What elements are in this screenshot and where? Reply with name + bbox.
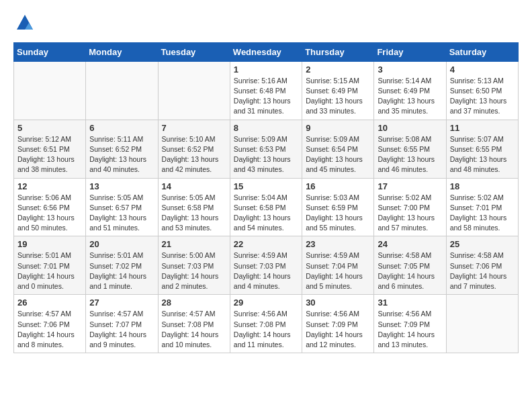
- day-number: 17: [378, 181, 442, 191]
- calendar-cell: 4Sunrise: 5:13 AM Sunset: 6:50 PM Daylig…: [446, 61, 518, 120]
- calendar-cell: 27Sunrise: 4:57 AM Sunset: 7:07 PM Dayli…: [86, 295, 158, 353]
- day-info: Sunrise: 4:58 AM Sunset: 7:06 PM Dayligh…: [450, 250, 515, 291]
- day-number: 2: [306, 64, 370, 75]
- weekday-header-tuesday: Tuesday: [158, 42, 230, 61]
- day-info: Sunrise: 5:10 AM Sunset: 6:52 PM Dayligh…: [162, 134, 226, 175]
- day-number: 3: [378, 64, 442, 75]
- calendar-cell: 18Sunrise: 5:02 AM Sunset: 7:01 PM Dayli…: [446, 178, 518, 236]
- weekday-header-friday: Friday: [374, 42, 446, 61]
- day-number: 10: [378, 123, 442, 133]
- day-info: Sunrise: 5:14 AM Sunset: 6:49 PM Dayligh…: [378, 76, 442, 117]
- calendar-cell: 23Sunrise: 4:59 AM Sunset: 7:04 PM Dayli…: [302, 236, 374, 295]
- day-number: 7: [162, 123, 226, 133]
- calendar-cell: 10Sunrise: 5:08 AM Sunset: 6:55 PM Dayli…: [374, 120, 446, 178]
- calendar-cell: [86, 61, 158, 120]
- calendar-week-row: 12Sunrise: 5:06 AM Sunset: 6:56 PM Dayli…: [14, 178, 519, 236]
- page-header: [13, 13, 519, 36]
- weekday-header-row: SundayMondayTuesdayWednesdayThursdayFrid…: [14, 42, 519, 61]
- day-info: Sunrise: 5:05 AM Sunset: 6:57 PM Dayligh…: [89, 193, 154, 234]
- day-number: 27: [89, 298, 154, 308]
- day-info: Sunrise: 4:57 AM Sunset: 7:06 PM Dayligh…: [17, 309, 82, 350]
- calendar-week-row: 1Sunrise: 5:16 AM Sunset: 6:48 PM Daylig…: [14, 61, 519, 120]
- day-info: Sunrise: 4:58 AM Sunset: 7:05 PM Dayligh…: [378, 250, 442, 291]
- calendar-cell: 20Sunrise: 5:01 AM Sunset: 7:02 PM Dayli…: [86, 236, 158, 295]
- weekday-header-monday: Monday: [86, 42, 158, 61]
- calendar-cell: 21Sunrise: 5:00 AM Sunset: 7:03 PM Dayli…: [158, 236, 230, 295]
- day-number: 11: [450, 123, 515, 133]
- day-info: Sunrise: 5:04 AM Sunset: 6:58 PM Dayligh…: [234, 193, 298, 234]
- day-number: 31: [378, 298, 442, 308]
- day-info: Sunrise: 5:05 AM Sunset: 6:58 PM Dayligh…: [162, 193, 226, 234]
- calendar-week-row: 19Sunrise: 5:01 AM Sunset: 7:01 PM Dayli…: [14, 236, 519, 295]
- calendar-cell: 17Sunrise: 5:02 AM Sunset: 7:00 PM Dayli…: [374, 178, 446, 236]
- day-info: Sunrise: 4:57 AM Sunset: 7:07 PM Dayligh…: [89, 309, 154, 350]
- day-number: 12: [17, 181, 82, 191]
- calendar-cell: 14Sunrise: 5:05 AM Sunset: 6:58 PM Dayli…: [158, 178, 230, 236]
- day-number: 28: [162, 298, 226, 308]
- day-info: Sunrise: 5:01 AM Sunset: 7:01 PM Dayligh…: [17, 250, 82, 291]
- calendar-cell: 28Sunrise: 4:57 AM Sunset: 7:08 PM Dayli…: [158, 295, 230, 353]
- day-number: 15: [234, 181, 298, 191]
- calendar-cell: 8Sunrise: 5:09 AM Sunset: 6:53 PM Daylig…: [230, 120, 302, 178]
- day-number: 19: [17, 239, 82, 249]
- calendar-cell: [14, 61, 86, 120]
- calendar-cell: 3Sunrise: 5:14 AM Sunset: 6:49 PM Daylig…: [374, 61, 446, 120]
- calendar-cell: 15Sunrise: 5:04 AM Sunset: 6:58 PM Dayli…: [230, 178, 302, 236]
- day-info: Sunrise: 4:57 AM Sunset: 7:08 PM Dayligh…: [162, 309, 226, 350]
- calendar-cell: 1Sunrise: 5:16 AM Sunset: 6:48 PM Daylig…: [230, 61, 302, 120]
- calendar-cell: 30Sunrise: 4:56 AM Sunset: 7:09 PM Dayli…: [302, 295, 374, 353]
- day-number: 29: [234, 298, 298, 308]
- day-number: 1: [234, 64, 298, 75]
- day-number: 23: [306, 239, 370, 249]
- day-number: 8: [234, 123, 298, 133]
- day-info: Sunrise: 5:12 AM Sunset: 6:51 PM Dayligh…: [17, 134, 82, 175]
- calendar-cell: 13Sunrise: 5:05 AM Sunset: 6:57 PM Dayli…: [86, 178, 158, 236]
- day-info: Sunrise: 5:01 AM Sunset: 7:02 PM Dayligh…: [89, 250, 154, 291]
- day-info: Sunrise: 5:02 AM Sunset: 7:00 PM Dayligh…: [378, 193, 442, 234]
- calendar-cell: 16Sunrise: 5:03 AM Sunset: 6:59 PM Dayli…: [302, 178, 374, 236]
- weekday-header-wednesday: Wednesday: [230, 42, 302, 61]
- day-info: Sunrise: 5:16 AM Sunset: 6:48 PM Dayligh…: [234, 76, 298, 117]
- day-number: 24: [378, 239, 442, 249]
- calendar-cell: 25Sunrise: 4:58 AM Sunset: 7:06 PM Dayli…: [446, 236, 518, 295]
- day-number: 25: [450, 239, 515, 249]
- day-number: 21: [162, 239, 226, 249]
- day-number: 6: [89, 123, 154, 133]
- calendar-cell: 19Sunrise: 5:01 AM Sunset: 7:01 PM Dayli…: [14, 236, 86, 295]
- calendar: SundayMondayTuesdayWednesdayThursdayFrid…: [13, 42, 519, 353]
- calendar-cell: 24Sunrise: 4:58 AM Sunset: 7:05 PM Dayli…: [374, 236, 446, 295]
- calendar-cell: 26Sunrise: 4:57 AM Sunset: 7:06 PM Dayli…: [14, 295, 86, 353]
- day-number: 30: [306, 298, 370, 308]
- day-info: Sunrise: 4:56 AM Sunset: 7:09 PM Dayligh…: [306, 309, 370, 350]
- day-number: 18: [450, 181, 515, 191]
- day-info: Sunrise: 5:03 AM Sunset: 6:59 PM Dayligh…: [306, 193, 370, 234]
- calendar-cell: 6Sunrise: 5:11 AM Sunset: 6:52 PM Daylig…: [86, 120, 158, 178]
- day-info: Sunrise: 4:56 AM Sunset: 7:09 PM Dayligh…: [378, 309, 442, 350]
- calendar-cell: 12Sunrise: 5:06 AM Sunset: 6:56 PM Dayli…: [14, 178, 86, 236]
- day-info: Sunrise: 5:15 AM Sunset: 6:49 PM Dayligh…: [306, 76, 370, 117]
- day-number: 13: [89, 181, 154, 191]
- day-number: 20: [89, 239, 154, 249]
- logo-icon: [15, 13, 34, 32]
- day-info: Sunrise: 5:09 AM Sunset: 6:53 PM Dayligh…: [234, 134, 298, 175]
- calendar-cell: 29Sunrise: 4:56 AM Sunset: 7:08 PM Dayli…: [230, 295, 302, 353]
- day-number: 5: [17, 123, 82, 133]
- weekday-header-thursday: Thursday: [302, 42, 374, 61]
- day-number: 22: [234, 239, 298, 249]
- day-info: Sunrise: 5:02 AM Sunset: 7:01 PM Dayligh…: [450, 193, 515, 234]
- day-info: Sunrise: 5:08 AM Sunset: 6:55 PM Dayligh…: [378, 134, 442, 175]
- calendar-week-row: 26Sunrise: 4:57 AM Sunset: 7:06 PM Dayli…: [14, 295, 519, 353]
- day-number: 16: [306, 181, 370, 191]
- calendar-cell: 11Sunrise: 5:07 AM Sunset: 6:55 PM Dayli…: [446, 120, 518, 178]
- day-info: Sunrise: 5:00 AM Sunset: 7:03 PM Dayligh…: [162, 250, 226, 291]
- calendar-cell: 2Sunrise: 5:15 AM Sunset: 6:49 PM Daylig…: [302, 61, 374, 120]
- calendar-cell: [158, 61, 230, 120]
- day-info: Sunrise: 4:56 AM Sunset: 7:08 PM Dayligh…: [234, 309, 298, 350]
- calendar-week-row: 5Sunrise: 5:12 AM Sunset: 6:51 PM Daylig…: [14, 120, 519, 178]
- day-info: Sunrise: 5:09 AM Sunset: 6:54 PM Dayligh…: [306, 134, 370, 175]
- calendar-cell: 9Sunrise: 5:09 AM Sunset: 6:54 PM Daylig…: [302, 120, 374, 178]
- day-number: 4: [450, 64, 515, 75]
- calendar-cell: 7Sunrise: 5:10 AM Sunset: 6:52 PM Daylig…: [158, 120, 230, 178]
- weekday-header-saturday: Saturday: [446, 42, 518, 61]
- day-info: Sunrise: 4:59 AM Sunset: 7:04 PM Dayligh…: [306, 250, 370, 291]
